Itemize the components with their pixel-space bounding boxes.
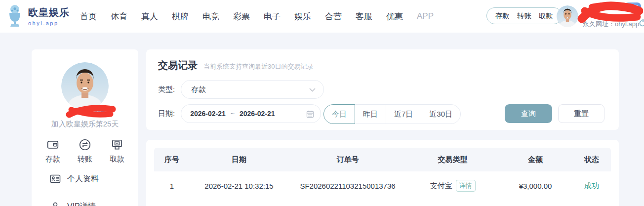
nav-lottery[interactable]: 彩票 (233, 11, 250, 22)
range-7days-button[interactable]: 近7日 (386, 104, 421, 124)
deposit-link[interactable]: 存款 (495, 11, 510, 21)
sidebar-transfer-button[interactable]: 转账 (78, 138, 92, 164)
site-domain: ohyl.app (28, 20, 70, 26)
nav-chess[interactable]: 棋牌 (172, 11, 189, 22)
page-title: 交易记录 (158, 59, 198, 72)
nav-partnership[interactable]: 合营 (325, 11, 342, 22)
withdraw-icon (111, 138, 123, 151)
detail-badge-button[interactable]: 详情 (456, 180, 476, 192)
wallet-quick-actions: 存款 转账 取款 (486, 7, 562, 24)
site-title: 欧皇娱乐 (28, 6, 70, 19)
wallet-icon (46, 138, 59, 151)
sidebar-transfer-label: 转账 (78, 155, 92, 164)
col-status: 状态 (572, 155, 611, 165)
range-yesterday-button[interactable]: 昨日 (355, 104, 386, 124)
profile-sidebar: VIP2 加入欧皇娱乐第25天 存款 (32, 49, 138, 206)
nav-promos[interactable]: 优惠 (386, 11, 403, 22)
page-subtitle: 当前系统支持查询最近30日的交易记录 (203, 62, 313, 71)
chevron-down-icon (309, 88, 316, 92)
date-start-value: 2026-02-21 (190, 110, 226, 118)
transactions-table-card: 序号 日期 订单号 交易类型 金额 状态 1 2026-02-21 10:32:… (146, 140, 619, 206)
payment-type: 支付宝 (430, 181, 452, 191)
nav-live[interactable]: 真人 (141, 11, 158, 22)
col-date: 日期 (190, 155, 288, 165)
query-button[interactable]: 查询 (505, 104, 552, 123)
cell-index: 1 (154, 182, 190, 190)
sidebar-deposit-button[interactable]: 存款 (45, 138, 60, 164)
cell-amount: ¥3,000.00 (498, 182, 572, 190)
nav-support[interactable]: 客服 (356, 11, 372, 22)
date-separator: ~ (231, 110, 235, 118)
col-amount: 金额 (498, 155, 572, 165)
sidebar-withdraw-label: 取款 (110, 155, 124, 164)
sidebar-item-vip[interactable]: VIP详情 (49, 201, 96, 206)
site-logo[interactable]: 欧皇娱乐 ohyl.app (6, 4, 70, 27)
col-order-no: 订单号 (288, 155, 407, 165)
range-30days-button[interactable]: 近30日 (421, 104, 461, 124)
date-end-value: 2026-02-21 (240, 110, 275, 118)
sidebar-actions: 存款 转账 取款 (32, 138, 138, 164)
transactions-table: 序号 日期 订单号 交易类型 金额 状态 1 2026-02-21 10:32:… (154, 148, 611, 200)
type-select-value: 存款 (191, 85, 206, 94)
cell-order-no: SF202602211032150013736 (288, 182, 407, 190)
nav-slots[interactable]: 电子 (264, 11, 281, 22)
type-label: 类型: (158, 85, 175, 94)
nav-app[interactable]: APP (417, 11, 434, 21)
avatar[interactable] (557, 5, 578, 27)
withdraw-link[interactable]: 取款 (539, 11, 553, 21)
sidebar-item-profile-label: 个人资料 (67, 174, 99, 184)
sidebar-item-profile[interactable]: 个人资料 (49, 173, 99, 185)
reset-button[interactable]: 重置 (558, 104, 604, 123)
type-select[interactable]: 存款 (181, 80, 324, 99)
trophy-logo-icon (6, 4, 24, 27)
col-type: 交易类型 (407, 155, 498, 165)
person-icon (49, 201, 61, 206)
join-days-text: 加入欧皇娱乐第25天 (32, 120, 138, 129)
table-header-row: 序号 日期 订单号 交易类型 金额 状态 (154, 148, 611, 171)
cell-date: 2026-02-21 10:32:15 (190, 182, 288, 190)
refresh-icon[interactable] (638, 19, 644, 28)
id-card-icon (49, 173, 61, 185)
sidebar-item-vip-label: VIP详情 (67, 202, 96, 206)
permanent-url[interactable]: 永久网址：ohyl.app (583, 20, 639, 29)
nav-home[interactable]: 首页 (80, 11, 97, 22)
cell-type: 支付宝 详情 (407, 180, 498, 192)
nav-esports[interactable]: 电竞 (202, 11, 219, 22)
cell-status: 成功 (572, 181, 611, 191)
nav-entertainment[interactable]: 娱乐 (294, 11, 311, 22)
redaction-scribble (65, 103, 117, 121)
date-range-input[interactable]: 2026-02-21 ~ 2026-02-21 (181, 104, 321, 123)
col-index: 序号 (154, 155, 190, 165)
date-quick-range-group: 今日 昨日 近7日 近30日 (323, 104, 461, 124)
top-bar: 欧皇娱乐 ohyl.app 首页 体育 真人 棋牌 电竞 彩票 电子 娱乐 合营… (0, 0, 644, 33)
transfer-icon (79, 138, 91, 151)
table-row: 1 2026-02-21 10:32:15 SF2026022110321500… (154, 171, 611, 200)
calendar-icon (306, 110, 314, 118)
main-nav: 首页 体育 真人 棋牌 电竞 彩票 电子 娱乐 合营 客服 优惠 APP (80, 0, 434, 33)
range-today-button[interactable]: 今日 (323, 104, 355, 124)
filter-card: 交易记录 当前系统支持查询最近30日的交易记录 类型: 存款 日期: 2026-… (146, 49, 619, 130)
transfer-link[interactable]: 转账 (517, 11, 531, 21)
nav-sports[interactable]: 体育 (111, 11, 127, 22)
sidebar-deposit-label: 存款 (45, 155, 60, 164)
sidebar-withdraw-button[interactable]: 取款 (110, 138, 124, 164)
date-label: 日期: (158, 109, 175, 119)
